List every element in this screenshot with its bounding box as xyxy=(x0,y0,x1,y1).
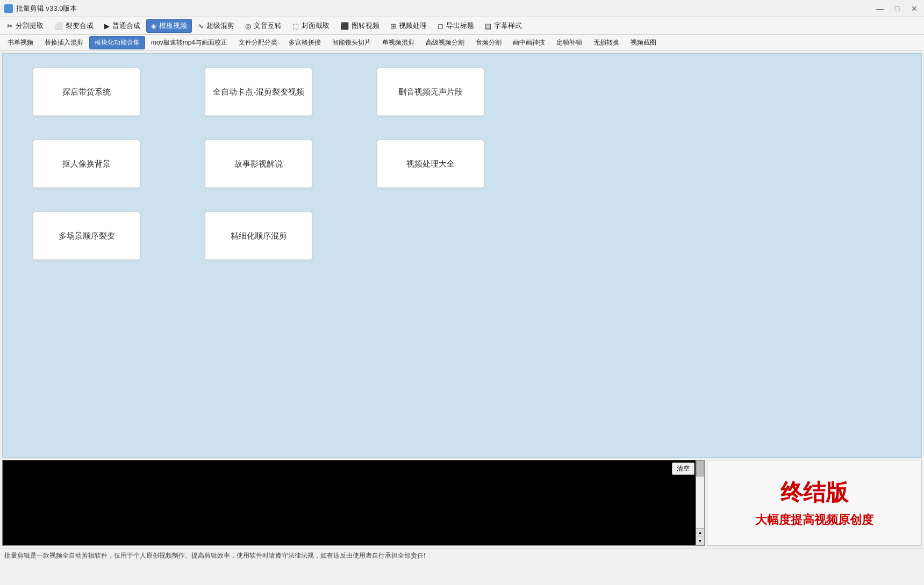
feature-card-matting[interactable]: 抠人像换背景 xyxy=(33,140,140,188)
feature-card-vid-process-all[interactable]: 视频处理大全 xyxy=(377,140,484,188)
toolbar1-btn-template[interactable]: ◈模板视频 xyxy=(146,19,192,33)
toolbar1-btn-cover[interactable]: ⬚封面截取 xyxy=(288,19,334,33)
scrollbar-up[interactable]: ▲ xyxy=(696,528,704,537)
feature-card-del-mute[interactable]: 删音视频无声片段 xyxy=(377,68,484,116)
toolbar2-btn-module-all[interactable]: 模块化功能合集 xyxy=(89,36,145,49)
toolbar1-btn-subtitle-style[interactable]: ▤字幕样式 xyxy=(480,19,527,33)
close-button[interactable]: ✕ xyxy=(909,4,920,13)
toolbar2-btn-audio-split[interactable]: 音频分割 xyxy=(470,36,507,49)
clear-log-button[interactable]: 清空 xyxy=(672,463,694,475)
toolbar2-btn-vid-screenshot[interactable]: 视频截图 xyxy=(625,36,662,49)
toolbar2-btn-smart-lens[interactable]: 智能镜头切片 xyxy=(327,36,376,49)
toolbar1-btn-merge[interactable]: ⬜裂变合成 xyxy=(49,19,98,33)
toolbar1-btn-split[interactable]: ✂分割提取 xyxy=(2,19,48,33)
scrollbar-track[interactable]: ▲ ▼ xyxy=(696,460,704,545)
app-title: 批量剪辑 v33.0版本 xyxy=(16,4,77,13)
main-content-area: 探店带货系统全自动卡点·混剪裂变视频删音视频无声片段抠人像换背景故事影视解说视频… xyxy=(2,53,922,458)
feature-card-shop-goods[interactable]: 探店带货系统 xyxy=(33,68,140,116)
toolbar1-btn-voice-text[interactable]: ◎文音互转 xyxy=(240,19,286,33)
toolbar2-btn-file-split[interactable]: 文件分配分类 xyxy=(233,36,283,49)
promo-title: 终结版 xyxy=(780,478,848,508)
toolbar2-btn-replace-mix[interactable]: 替换插入混剪 xyxy=(39,36,89,49)
toolbar1-btn-img-video[interactable]: ⬛图转视频 xyxy=(335,19,384,33)
toolbar2-btn-advanced-split[interactable]: 高级视频分割 xyxy=(420,36,470,49)
toolbar2-btn-book-video[interactable]: 书单视频 xyxy=(2,36,39,49)
app-icon xyxy=(4,4,13,13)
toolbar-row2: 书单视频替换插入混剪模块化功能合集mov极速转mp4与画面校正文件分配分类多宫格… xyxy=(0,35,924,51)
feature-grid: 探店带货系统全自动卡点·混剪裂变视频删音视频无声片段抠人像换背景故事影视解说视频… xyxy=(11,62,913,276)
toolbar2-btn-fix-frame[interactable]: 定帧补帧 xyxy=(551,36,588,49)
log-area: 清空 ▲ ▼ xyxy=(2,460,705,546)
toolbar2-btn-lossless[interactable]: 无损转换 xyxy=(588,36,625,49)
scrollbar-thumb[interactable] xyxy=(696,460,704,476)
feature-card-story-explain[interactable]: 故事影视解说 xyxy=(205,140,312,188)
toolbar2-btn-multi-grid[interactable]: 多宫格拼接 xyxy=(283,36,326,49)
promo-subtitle: 大幅度提高视频原创度 xyxy=(755,512,873,528)
feature-card-refined-mix[interactable]: 精细化顺序混剪 xyxy=(205,212,312,260)
title-bar: 批量剪辑 v33.0版本 — □ ✕ xyxy=(0,0,924,17)
status-text: 批量剪辑是一款视频全自动剪辑软件，仅用于个人原创视频制作、提高剪辑效率，使用软件… xyxy=(4,551,425,560)
toolbar-row1: ✂分割提取⬜裂变合成▶普通合成◈模板视频∿超级混剪◎文音互转⬚封面截取⬛图转视频… xyxy=(0,17,924,35)
scrollbar-down[interactable]: ▼ xyxy=(696,537,704,545)
toolbar1-btn-super-mix[interactable]: ∿超级混剪 xyxy=(193,19,239,33)
toolbar1-btn-normal-merge[interactable]: ▶普通合成 xyxy=(99,19,145,33)
toolbar2-btn-single-mix[interactable]: 单视频混剪 xyxy=(377,36,420,49)
maximize-button[interactable]: □ xyxy=(892,4,902,13)
window-controls: — □ ✕ xyxy=(875,0,920,17)
bottom-section: 清空 ▲ ▼ 终结版 大幅度提高视频原创度 xyxy=(2,460,922,546)
toolbar1-btn-vid-process[interactable]: ⊞视频处理 xyxy=(385,19,432,33)
toolbar1-btn-export-sub[interactable]: ◻导出标题 xyxy=(433,19,479,33)
toolbar2-btn-mov-mp4[interactable]: mov极速转mp4与画面校正 xyxy=(146,36,233,49)
status-bar: 批量剪辑是一款视频全自动剪辑软件，仅用于个人原创视频制作、提高剪辑效率，使用软件… xyxy=(0,548,924,563)
promo-area: 终结版 大幅度提高视频原创度 xyxy=(707,460,922,546)
feature-card-auto-card[interactable]: 全自动卡点·混剪裂变视频 xyxy=(205,68,312,116)
toolbar2-btn-pic-in-pic[interactable]: 画中画神技 xyxy=(507,36,550,49)
minimize-button[interactable]: — xyxy=(875,4,885,13)
feature-card-multi-scene[interactable]: 多场景顺序裂变 xyxy=(33,212,140,260)
